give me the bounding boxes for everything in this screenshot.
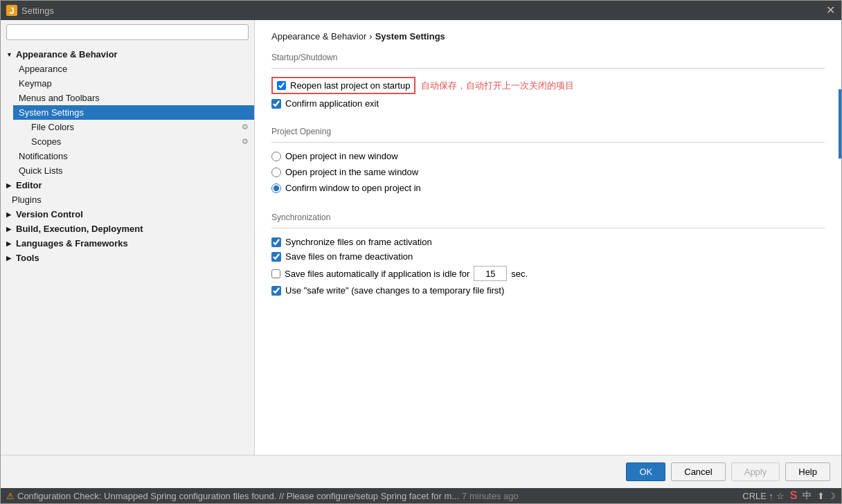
sidebar-item-keymap[interactable]: Keymap — [13, 76, 254, 91]
open-same-window-label: Open project in the same window — [285, 167, 418, 177]
status-right: CRLE ↑ ☆ S 中 ⬆ ☽ — [742, 489, 836, 502]
sidebar-section-version-control[interactable]: ▶ Version Control — [1, 207, 254, 222]
sidebar-item-system-settings[interactable]: System Settings — [13, 105, 254, 120]
save-files-checkbox[interactable] — [271, 252, 281, 262]
status-message: Configuration Check: Unmapped Spring con… — [17, 491, 459, 501]
dialog-title: Settings — [21, 6, 54, 16]
safe-write-checkbox[interactable] — [271, 286, 281, 296]
editor-arrow: ▶ — [6, 182, 13, 189]
sidebar-section-build[interactable]: ▶ Build, Execution, Deployment — [1, 222, 254, 236]
synchronization-label: Synchronization — [271, 213, 825, 222]
vc-arrow: ▶ — [6, 211, 13, 218]
confirm-window-label: Confirm window to open project in — [285, 183, 421, 193]
status-bar: ⚠ Configuration Check: Unmapped Spring c… — [1, 488, 841, 503]
sidebar-item-file-colors[interactable]: File Colors ⚙ — [13, 120, 254, 134]
search-input[interactable] — [11, 27, 244, 37]
tree: ▼ Appearance & Behavior Appearance Keyma… — [1, 44, 254, 455]
sync-files-label: Synchronize files on frame activation — [285, 237, 432, 247]
status-time: 7 minutes ago — [462, 491, 519, 501]
sidebar-item-quick-lists-label: Quick Lists — [19, 165, 63, 176]
save-idle-label-after: sec. — [511, 269, 528, 279]
confirm-exit-checkbox[interactable] — [271, 99, 281, 109]
open-same-window-radio[interactable] — [271, 168, 281, 177]
taskbar-s-icon: S — [790, 489, 798, 502]
reopen-last-checkbox[interactable] — [277, 81, 286, 90]
title-bar: J Settings ✕ — [1, 1, 841, 20]
sidebar-item-notifications-label: Notifications — [19, 151, 68, 161]
sidebar-item-file-colors-label: File Colors — [31, 122, 74, 132]
reopen-last-label: Reopen last project on startup — [290, 80, 410, 91]
build-arrow: ▶ — [6, 226, 13, 233]
annotation-text: 自动保存，自动打开上一次关闭的项目 — [421, 80, 574, 92]
sync-divider — [271, 228, 825, 228]
sidebar-item-menus-label: Menus and Toolbars — [19, 93, 100, 103]
save-files-row: Save files on frame deactivation — [271, 251, 825, 262]
sync-files-row: Synchronize files on frame activation — [271, 237, 825, 247]
sidebar-section-label: Appearance & Behavior — [16, 49, 118, 60]
sidebar-section-editor[interactable]: ▶ Editor — [1, 178, 254, 192]
sidebar-item-system-label: System Settings — [19, 107, 84, 118]
sidebar-item-keymap-label: Keymap — [19, 78, 52, 89]
breadcrumb-part1: Appearance & Behavior — [271, 31, 366, 42]
ok-button[interactable]: OK — [626, 462, 665, 481]
sidebar-item-quick-lists[interactable]: Quick Lists — [13, 163, 254, 178]
settings-dialog: J Settings ✕ ▼ Appearance & Behavior App… — [0, 0, 842, 504]
idle-seconds-input[interactable] — [474, 266, 507, 281]
status-right-info: CRLE ↑ ☆ — [742, 491, 784, 501]
open-same-window-row: Open project in the same window — [271, 167, 825, 177]
startup-divider — [271, 68, 825, 69]
open-new-window-label: Open project in new window — [285, 151, 398, 161]
title-bar-left: J Settings — [6, 5, 54, 16]
taskbar-icons: ⬆ ☽ — [817, 491, 836, 501]
sidebar-section-tools[interactable]: ▶ Tools — [1, 251, 254, 265]
tools-arrow: ▶ — [6, 255, 13, 262]
apply-button[interactable]: Apply — [731, 462, 780, 481]
breadcrumb-arrow-icon: › — [369, 31, 372, 42]
reopen-last-row-highlighted: Reopen last project on startup — [271, 77, 415, 94]
sidebar-lang-label: Languages & Frameworks — [16, 238, 128, 249]
save-files-label: Save files on frame deactivation — [285, 251, 413, 262]
sidebar-tools-label: Tools — [16, 253, 39, 263]
sidebar-item-scopes-label: Scopes — [31, 136, 61, 147]
sidebar-item-scopes[interactable]: Scopes ⚙ — [13, 134, 254, 149]
sidebar-item-appearance[interactable]: Appearance — [13, 62, 254, 76]
project-opening-label: Project Opening — [271, 127, 825, 136]
confirm-window-row: Confirm window to open project in — [271, 183, 825, 193]
project-opening-divider — [271, 142, 825, 143]
taskbar-zh-icon: 中 — [803, 489, 812, 502]
cancel-button[interactable]: Cancel — [671, 462, 725, 481]
file-colors-icon: ⚙ — [242, 123, 249, 132]
sidebar-item-plugins[interactable]: Plugins — [1, 192, 254, 207]
synchronization-section: Synchronization Synchronize files on fra… — [271, 213, 825, 300]
open-new-window-row: Open project in new window — [271, 151, 825, 161]
save-idle-label-before: Save files automatically if application … — [285, 269, 469, 279]
bottom-bar: OK Cancel Apply Help — [1, 455, 841, 488]
sidebar-item-appearance-label: Appearance — [19, 64, 67, 74]
confirm-exit-row: Confirm application exit — [271, 98, 825, 109]
breadcrumb: Appearance & Behavior › System Settings — [271, 31, 825, 42]
open-new-window-radio[interactable] — [271, 152, 281, 161]
safe-write-label: Use "safe write" (save changes to a temp… — [285, 285, 504, 296]
sidebar: ▼ Appearance & Behavior Appearance Keyma… — [1, 20, 255, 455]
confirm-window-radio[interactable] — [271, 183, 281, 193]
scopes-icon: ⚙ — [242, 137, 249, 146]
help-button[interactable]: Help — [785, 462, 830, 481]
sidebar-vc-label: Version Control — [16, 209, 83, 219]
sidebar-section-editor-label: Editor — [16, 180, 42, 190]
app-icon: J — [6, 5, 17, 16]
right-accent-bar — [839, 89, 841, 159]
sync-files-checkbox[interactable] — [271, 237, 281, 247]
sidebar-build-label: Build, Execution, Deployment — [16, 224, 143, 234]
appearance-behavior-children: Appearance Keymap Menus and Toolbars Sys… — [1, 62, 254, 178]
sidebar-section-appearance-behavior[interactable]: ▼ Appearance & Behavior — [1, 47, 254, 62]
sidebar-section-languages[interactable]: ▶ Languages & Frameworks — [1, 236, 254, 251]
sidebar-item-menus-toolbars[interactable]: Menus and Toolbars — [13, 91, 254, 105]
close-button[interactable]: ✕ — [825, 5, 836, 16]
save-idle-row: Save files automatically if application … — [271, 266, 825, 281]
startup-shutdown-section: Startup/Shutdown Reopen last project on … — [271, 53, 825, 113]
save-idle-checkbox[interactable] — [271, 269, 280, 278]
sidebar-item-notifications[interactable]: Notifications — [13, 149, 254, 163]
content-area: Appearance & Behavior › System Settings … — [255, 20, 841, 455]
warning-icon: ⚠ — [6, 491, 15, 501]
search-box[interactable] — [6, 24, 249, 40]
